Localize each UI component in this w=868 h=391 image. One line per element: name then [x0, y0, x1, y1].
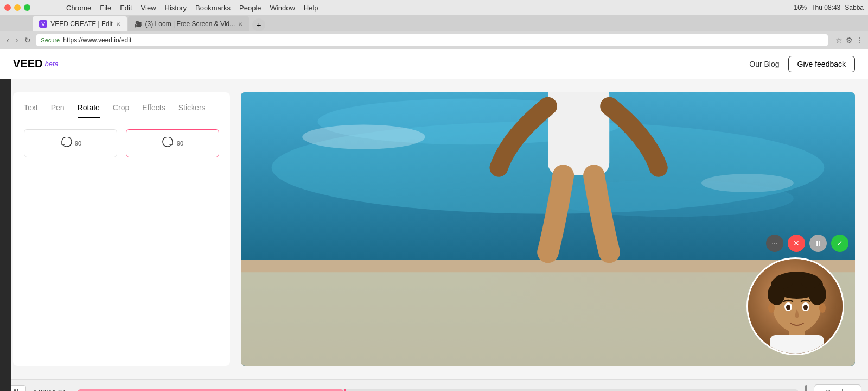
logo: VEED beta [13, 58, 59, 70]
menu-view[interactable]: View [141, 4, 156, 12]
rotate-right-label: 90 [177, 140, 183, 147]
address-bar[interactable]: Secure https://www.veed.io/edit [36, 34, 828, 46]
pause-icon [14, 389, 18, 392]
menu-window[interactable]: Window [270, 4, 295, 12]
svg-rect-15 [770, 335, 824, 355]
tab-crop[interactable]: Crop [113, 103, 129, 118]
svg-point-24 [786, 305, 790, 310]
secure-badge: Secure [41, 37, 60, 43]
rotate-right-btn[interactable]: 90 [126, 129, 219, 157]
user-name: Sabba [845, 4, 864, 11]
video-preview: ··· ✕ ⏸ ✓ [241, 92, 855, 366]
pause-bar-right [17, 389, 18, 392]
rotate-right-icon [162, 137, 175, 150]
rotate-left-label: 90 [75, 140, 81, 147]
timeline-bar: 4.22/11.34 Render [0, 379, 868, 391]
close-window-btn[interactable] [4, 4, 11, 11]
minimize-window-btn[interactable] [14, 4, 21, 11]
svg-point-25 [803, 305, 808, 310]
battery-indicator: 16% [794, 4, 807, 11]
maximize-window-btn[interactable] [24, 4, 30, 11]
app-container: VEED beta Our Blog Give feedback Text Pe… [0, 49, 868, 391]
main-content: Text Pen Rotate Crop Effects Stickers 90 [0, 79, 868, 379]
our-blog-link[interactable]: Our Blog [749, 60, 779, 68]
video-pause-btn[interactable]: ⏸ [809, 235, 827, 252]
logo-text: VEED [13, 58, 42, 70]
menu-history[interactable]: History [165, 4, 187, 12]
svg-point-21 [801, 275, 820, 288]
progress-track[interactable] [77, 389, 799, 392]
forward-btn[interactable]: › [14, 35, 21, 46]
menu-help[interactable]: Help [304, 4, 318, 12]
tab-close-veed[interactable]: ✕ [116, 21, 120, 27]
rotate-left-btn[interactable]: 90 [24, 129, 117, 157]
panel-tabs: Text Pen Rotate Crop Effects Stickers [24, 103, 219, 118]
svg-point-27 [819, 303, 826, 313]
pause-bar-left [14, 389, 16, 392]
url-display: https://www.veed.io/edit [63, 36, 131, 44]
video-controls-overlay: ··· ✕ ⏸ ✓ [766, 235, 848, 252]
progress-fill [77, 389, 344, 392]
tab-effects[interactable]: Effects [142, 103, 165, 118]
browser-tabs: V VEED CREATE | Edit ✕ 🎥 (3) Loom | Free… [0, 15, 868, 31]
svg-point-12 [302, 125, 425, 149]
tab-label-veed: VEED CREATE | Edit [50, 20, 112, 28]
svg-point-20 [774, 275, 793, 288]
menu-bookmarks[interactable]: Bookmarks [195, 4, 231, 12]
tab-stickers[interactable]: Stickers [178, 103, 206, 118]
browser-chrome: ‹ › ↻ Secure https://www.veed.io/edit ☆ … [0, 31, 868, 49]
webcam-face [748, 259, 843, 354]
rotate-left-icon [60, 137, 73, 150]
app-nav: VEED beta Our Blog Give feedback [0, 49, 868, 79]
menu-file[interactable]: File [100, 4, 111, 12]
clock: Thu 08:43 [811, 4, 840, 11]
menu-people[interactable]: People [239, 4, 261, 12]
browser-actions: ☆ ⚙ ⋮ [835, 36, 864, 45]
back-btn[interactable]: ‹ [4, 35, 11, 46]
timeline-end-marker [805, 385, 807, 392]
left-panel: Text Pen Rotate Crop Effects Stickers 90 [13, 92, 230, 366]
title-bar: Chrome File Edit View History Bookmarks … [0, 0, 868, 15]
tab-close-loom[interactable]: ✕ [238, 21, 242, 27]
video-close-btn[interactable]: ✕ [788, 235, 805, 252]
bookmark-icon[interactable]: ☆ [835, 36, 843, 45]
svg-point-13 [701, 174, 794, 192]
webcam-overlay [746, 257, 844, 355]
menu-bar: Chrome File Edit View History Bookmarks … [66, 4, 318, 12]
menu-edit[interactable]: Edit [120, 4, 132, 12]
face-svg [748, 259, 844, 355]
svg-rect-8 [548, 92, 609, 175]
time-display: 4.22/11.34 [33, 388, 71, 391]
svg-point-26 [768, 303, 775, 313]
tab-icon-loom: 🎥 [135, 21, 142, 28]
logo-beta: beta [44, 60, 58, 68]
give-feedback-btn[interactable]: Give feedback [788, 56, 856, 72]
progress-marker [344, 389, 346, 392]
tab-veed[interactable]: V VEED CREATE | Edit ✕ [33, 16, 127, 31]
video-preview-panel: ··· ✕ ⏸ ✓ [241, 92, 855, 366]
reload-btn[interactable]: ↻ [22, 35, 33, 46]
tab-loom[interactable]: 🎥 (3) Loom | Free Screen & Vid... ✕ [128, 16, 250, 31]
new-tab-btn[interactable]: + [252, 18, 265, 31]
title-bar-right: 16% Thu 08:43 Sabba [794, 4, 864, 11]
tab-icon-veed: V [39, 20, 47, 28]
left-sidebar [0, 49, 11, 391]
tab-pen[interactable]: Pen [51, 103, 65, 118]
render-btn[interactable]: Render [814, 384, 861, 392]
tab-text[interactable]: Text [24, 103, 38, 118]
rotate-buttons: 90 90 [24, 129, 219, 157]
nav-buttons: ‹ › ↻ [4, 35, 33, 46]
menu-chrome[interactable]: Chrome [66, 4, 91, 12]
tab-label-loom: (3) Loom | Free Screen & Vid... [145, 20, 235, 28]
video-more-btn[interactable]: ··· [766, 235, 783, 252]
menu-icon[interactable]: ⋮ [856, 36, 864, 45]
video-confirm-btn[interactable]: ✓ [831, 235, 848, 252]
tab-rotate[interactable]: Rotate [78, 103, 100, 118]
extensions-icon[interactable]: ⚙ [846, 36, 853, 45]
nav-right: Our Blog Give feedback [749, 56, 855, 72]
